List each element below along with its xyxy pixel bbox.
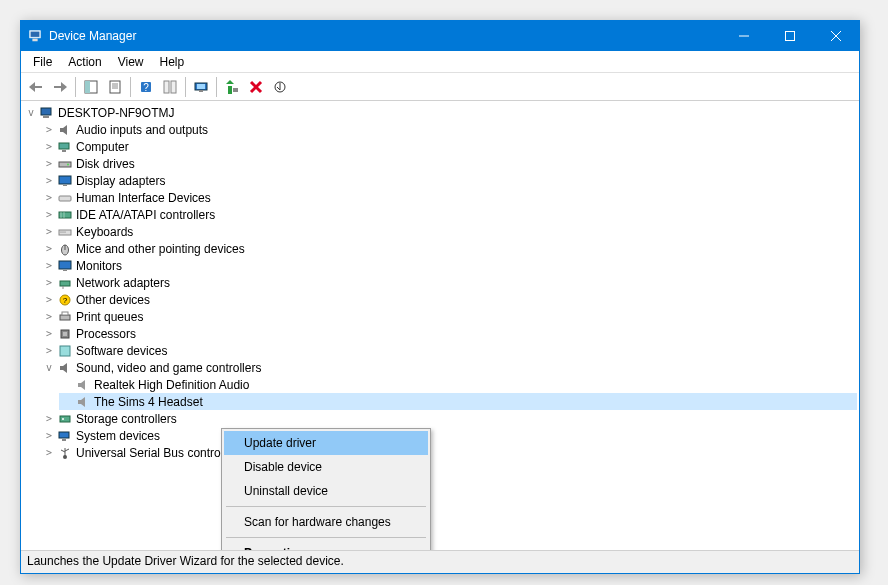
show-hide-button[interactable]	[80, 76, 102, 98]
tree-cat-software[interactable]: >Software devices	[41, 342, 857, 359]
view-devices-button[interactable]	[159, 76, 181, 98]
svg-rect-56	[60, 416, 70, 422]
svg-rect-52	[62, 312, 68, 315]
update-driver-button[interactable]	[221, 76, 243, 98]
tree-device-sims4-headset[interactable]: The Sims 4 Headset	[59, 393, 857, 410]
ide-icon	[57, 207, 73, 223]
svg-point-32	[67, 163, 69, 165]
tree-item-label: Mice and other pointing devices	[76, 242, 245, 256]
back-button[interactable]	[25, 76, 47, 98]
tree-item-label: IDE ATA/ATAPI controllers	[76, 208, 215, 222]
scan-hardware-button[interactable]	[190, 76, 212, 98]
tree-item-label: Monitors	[76, 259, 122, 273]
usb-icon	[57, 445, 73, 461]
maximize-button[interactable]	[767, 21, 813, 51]
svg-text:?: ?	[143, 82, 149, 93]
tree-cat-print[interactable]: >Print queues	[41, 308, 857, 325]
tree-cat-keyboards[interactable]: >Keyboards	[41, 223, 857, 240]
forward-button[interactable]	[49, 76, 71, 98]
software-icon	[57, 343, 73, 359]
svg-rect-31	[59, 162, 71, 167]
svg-rect-23	[233, 88, 238, 92]
system-icon	[57, 428, 73, 444]
tree-item-label: Processors	[76, 327, 136, 341]
menu-view[interactable]: View	[110, 53, 152, 71]
tree-item-label: Other devices	[76, 293, 150, 307]
svg-rect-51	[60, 315, 70, 320]
tree-item-label: Software devices	[76, 344, 167, 358]
svg-rect-45	[59, 261, 71, 269]
ctx-disable-device[interactable]: Disable device	[224, 455, 428, 479]
svg-rect-46	[63, 270, 67, 271]
device-tree: v DESKTOP-NF9OTMJ >Audio inputs and outp…	[23, 104, 857, 461]
monitor-icon	[57, 258, 73, 274]
chevron-right-icon: >	[41, 328, 57, 339]
svg-point-41	[63, 231, 64, 232]
chevron-right-icon: >	[41, 226, 57, 237]
chevron-right-icon: >	[41, 209, 57, 220]
tree-item-label: Display adapters	[76, 174, 165, 188]
tree-cat-sound[interactable]: vSound, video and game controllers	[41, 359, 857, 376]
tree-device-realtek[interactable]: Realtek High Definition Audio	[59, 376, 857, 393]
menu-file[interactable]: File	[25, 53, 60, 71]
ctx-scan-hardware[interactable]: Scan for hardware changes	[224, 510, 428, 534]
chevron-right-icon: >	[41, 447, 57, 458]
tree-cat-usb[interactable]: >Universal Serial Bus controllers	[41, 444, 857, 461]
menu-action[interactable]: Action	[60, 53, 109, 71]
chevron-right-icon: >	[41, 277, 57, 288]
unknown-icon: ?	[57, 292, 73, 308]
toolbar-separator	[185, 77, 186, 97]
tree-cat-storage[interactable]: >Storage controllers	[41, 410, 857, 427]
tree-cat-audio[interactable]: >Audio inputs and outputs	[41, 121, 857, 138]
svg-rect-11	[110, 81, 120, 93]
close-button[interactable]	[813, 21, 859, 51]
ctx-properties[interactable]: Properties	[224, 541, 428, 551]
svg-line-62	[61, 450, 65, 452]
tree-cat-system[interactable]: >System devices	[41, 427, 857, 444]
tree-cat-display[interactable]: >Display adapters	[41, 172, 857, 189]
chevron-right-icon: >	[41, 260, 57, 271]
menu-help[interactable]: Help	[152, 53, 193, 71]
chevron-down-icon: v	[23, 107, 39, 118]
speaker-icon	[57, 360, 73, 376]
ctx-update-driver[interactable]: Update driver	[224, 431, 428, 455]
tree-root[interactable]: v DESKTOP-NF9OTMJ	[23, 104, 857, 121]
tree-cat-ide[interactable]: >IDE ATA/ATAPI controllers	[41, 206, 857, 223]
tree-cat-processors[interactable]: >Processors	[41, 325, 857, 342]
tree-item-label: Computer	[76, 140, 129, 154]
toolbar-separator	[75, 77, 76, 97]
svg-rect-30	[62, 150, 66, 152]
tree-item-label: Realtek High Definition Audio	[94, 378, 249, 392]
help-button[interactable]: ?	[135, 76, 157, 98]
display-icon	[57, 173, 73, 189]
computer-icon	[57, 139, 73, 155]
tree-cat-disk[interactable]: >Disk drives	[41, 155, 857, 172]
ctx-uninstall-device[interactable]: Uninstall device	[224, 479, 428, 503]
minimize-button[interactable]	[721, 21, 767, 51]
speaker-icon	[75, 394, 91, 410]
chevron-right-icon: >	[41, 175, 57, 186]
chevron-right-icon: >	[41, 158, 57, 169]
chevron-right-icon: >	[41, 243, 57, 254]
tree-cat-other[interactable]: >?Other devices	[41, 291, 857, 308]
network-icon	[57, 275, 73, 291]
tree-cat-computer[interactable]: >Computer	[41, 138, 857, 155]
tree-item-label: Storage controllers	[76, 412, 177, 426]
svg-rect-55	[60, 346, 70, 356]
svg-rect-29	[59, 143, 69, 149]
tree-cat-monitors[interactable]: >Monitors	[41, 257, 857, 274]
tree-item-label: Universal Serial Bus controllers	[76, 446, 243, 460]
tree-cat-hid[interactable]: >Human Interface Devices	[41, 189, 857, 206]
tree-item-label: System devices	[76, 429, 160, 443]
properties-button[interactable]	[104, 76, 126, 98]
uninstall-button[interactable]	[245, 76, 267, 98]
tree-cat-mice[interactable]: >Mice and other pointing devices	[41, 240, 857, 257]
svg-point-57	[62, 418, 64, 420]
chevron-down-icon: v	[41, 362, 57, 373]
toolbar: ?	[21, 73, 859, 101]
tree-cat-network[interactable]: >Network adapters	[41, 274, 857, 291]
disable-button[interactable]	[269, 76, 291, 98]
context-separator	[226, 537, 426, 538]
keyboard-icon	[57, 224, 73, 240]
chevron-right-icon: >	[41, 124, 57, 135]
